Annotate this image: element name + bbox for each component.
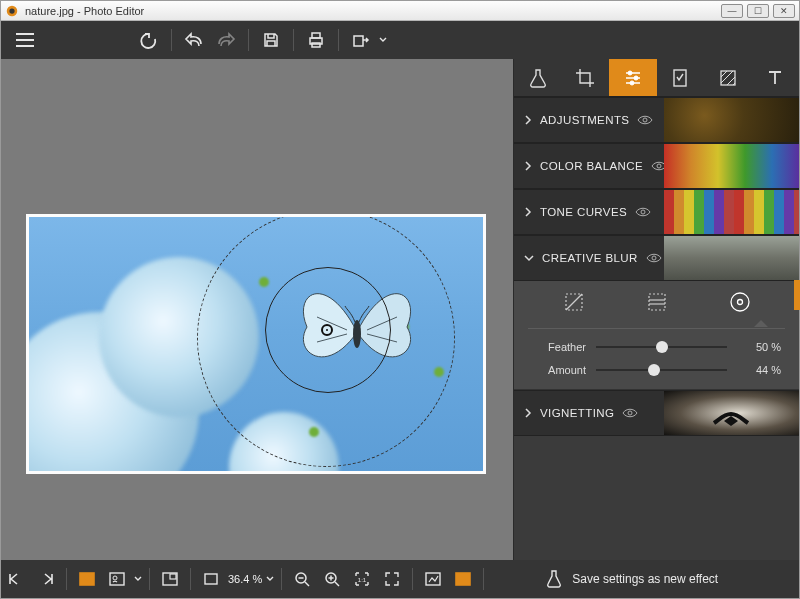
blur-mode-row xyxy=(514,281,799,323)
panel-adjustments[interactable]: ADJUSTMENTS xyxy=(514,97,799,143)
zoom-out-button[interactable] xyxy=(287,560,317,598)
undo-all-button[interactable] xyxy=(133,21,165,59)
preset-tab[interactable] xyxy=(657,59,705,96)
crop-tab[interactable] xyxy=(562,59,610,96)
flask-icon xyxy=(546,570,562,588)
bottom-toolbar: 36.4 % 1:1 Save settings as new effect xyxy=(1,560,799,598)
svg-line-38 xyxy=(335,582,339,586)
canvas-area[interactable] xyxy=(1,59,513,560)
mode-radial-blur[interactable] xyxy=(728,290,752,314)
svg-text:1:1: 1:1 xyxy=(358,577,367,583)
close-button[interactable]: ✕ xyxy=(773,4,795,18)
panel-thumb xyxy=(664,98,799,142)
zoom-dropdown[interactable] xyxy=(264,560,276,598)
amount-value: 44 % xyxy=(737,364,781,376)
eye-icon[interactable] xyxy=(637,114,653,126)
undo-button[interactable] xyxy=(178,21,210,59)
export-dropdown[interactable] xyxy=(377,21,389,59)
before-after-button[interactable] xyxy=(418,560,448,598)
amount-slider-row: Amount 44 % xyxy=(514,361,799,389)
title-bar: nature.jpg - Photo Editor — ☐ ✕ xyxy=(1,1,799,21)
svg-point-26 xyxy=(628,411,632,415)
save-effect-label: Save settings as new effect xyxy=(572,572,718,586)
chevron-right-icon xyxy=(524,408,532,418)
minimize-button[interactable]: — xyxy=(721,4,743,18)
panel-label: CREATIVE BLUR xyxy=(542,252,638,264)
svg-rect-14 xyxy=(721,71,735,85)
svg-point-24 xyxy=(731,293,749,311)
next-image-button[interactable] xyxy=(31,560,61,598)
compare-view-button[interactable] xyxy=(102,560,132,598)
blur-center-handle[interactable] xyxy=(321,324,333,336)
eye-icon[interactable] xyxy=(646,252,662,264)
text-tab[interactable] xyxy=(752,59,800,96)
side-tabs xyxy=(514,59,799,97)
maximize-button[interactable]: ☐ xyxy=(747,4,769,18)
svg-rect-32 xyxy=(170,574,176,579)
panel-creative-blur[interactable]: CREATIVE BLUR xyxy=(514,235,799,281)
mode-no-blur[interactable] xyxy=(562,290,586,314)
feather-slider-row: Feather 50 % xyxy=(514,333,799,361)
svg-point-16 xyxy=(657,164,661,168)
panel-tone-curves[interactable]: TONE CURVES xyxy=(514,189,799,235)
separator xyxy=(248,29,249,51)
menu-button[interactable] xyxy=(9,21,41,59)
zoom-in-button[interactable] xyxy=(317,560,347,598)
amount-slider[interactable] xyxy=(596,362,727,378)
zoom-100-button[interactable]: 1:1 xyxy=(347,560,377,598)
separator xyxy=(149,568,150,590)
export-button[interactable] xyxy=(345,21,377,59)
toggle-preview-button[interactable] xyxy=(448,560,478,598)
save-button[interactable] xyxy=(255,21,287,59)
separator xyxy=(293,29,294,51)
panel-label: TONE CURVES xyxy=(540,206,627,218)
zoom-fit-button[interactable] xyxy=(377,560,407,598)
svg-rect-8 xyxy=(354,36,363,46)
image-canvas[interactable] xyxy=(26,214,486,474)
separator xyxy=(171,29,172,51)
separator xyxy=(483,568,484,590)
chevron-right-icon xyxy=(524,115,532,125)
separator xyxy=(281,568,282,590)
print-button[interactable] xyxy=(300,21,332,59)
navigator-button[interactable] xyxy=(155,560,185,598)
panel-thumb xyxy=(664,236,799,280)
zoom-box-icon xyxy=(196,560,226,598)
eye-icon[interactable] xyxy=(622,407,638,419)
separator xyxy=(190,568,191,590)
chevron-right-icon xyxy=(524,161,532,171)
eye-icon[interactable] xyxy=(635,206,651,218)
svg-point-15 xyxy=(643,118,647,122)
redo-button[interactable] xyxy=(210,21,242,59)
separator xyxy=(412,568,413,590)
lab-tab[interactable] xyxy=(514,59,562,96)
svg-point-10 xyxy=(628,71,632,75)
save-effect-button[interactable]: Save settings as new effect xyxy=(489,570,775,588)
chevron-down-icon xyxy=(524,254,534,262)
main-body: ADJUSTMENTS COLOR BALANCE TONE CURVES CR… xyxy=(1,59,799,560)
prev-image-button[interactable] xyxy=(1,560,31,598)
svg-rect-6 xyxy=(312,33,320,38)
view-dropdown[interactable] xyxy=(132,560,144,598)
zoom-level[interactable]: 36.4 % xyxy=(228,573,262,585)
feather-slider[interactable] xyxy=(596,339,727,355)
panel-vignetting[interactable]: VIGNETTING xyxy=(514,390,799,436)
overlay-tab[interactable] xyxy=(704,59,752,96)
separator xyxy=(66,568,67,590)
svg-rect-7 xyxy=(312,43,320,47)
sliders-tab[interactable] xyxy=(609,59,657,96)
single-view-button[interactable] xyxy=(72,560,102,598)
window-controls: — ☐ ✕ xyxy=(721,4,795,18)
top-toolbar xyxy=(1,21,799,59)
svg-point-1 xyxy=(9,8,14,13)
svg-point-30 xyxy=(113,576,117,580)
mode-indicator xyxy=(514,323,799,333)
window-title: nature.jpg - Photo Editor xyxy=(25,5,721,17)
svg-point-18 xyxy=(652,256,656,260)
panel-color-balance[interactable]: COLOR BALANCE xyxy=(514,143,799,189)
mode-linear-blur[interactable] xyxy=(645,290,669,314)
panel-collapse-handle[interactable] xyxy=(794,280,800,310)
svg-rect-33 xyxy=(205,574,217,584)
panel-label: VIGNETTING xyxy=(540,407,614,419)
panel-thumb xyxy=(664,391,799,435)
